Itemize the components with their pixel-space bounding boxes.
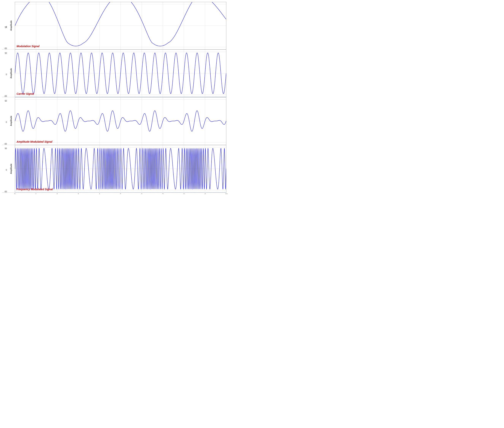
modulation-label: Modulation Signal xyxy=(16,45,40,48)
x-tick-1: 1 xyxy=(35,193,37,194)
x-tick-0: 0 xyxy=(14,193,16,194)
am-chart-area: Amplitude Modulated Signal xyxy=(15,97,226,145)
x-axis-label: Seconds xyxy=(102,194,140,194)
carrier-svg xyxy=(15,50,226,97)
y-tick-0: 0 xyxy=(6,26,7,28)
carrier-chart-row: 50 0 -50 Amplitude Carrier S xyxy=(2,49,226,97)
y-ticks-carrier: 50 0 -50 xyxy=(2,49,7,97)
carrier-chart-area: Carrier Signal xyxy=(15,49,226,97)
y-tick-0-am: 0 xyxy=(6,121,7,123)
y-tick-n50-c: -50 xyxy=(4,95,7,97)
y-ticks-am: 50 0 -50 xyxy=(2,97,7,145)
y-tick-0-fm: 0 xyxy=(6,169,7,171)
y-axis-label-carrier: Amplitude xyxy=(7,49,15,97)
modulation-svg xyxy=(15,2,226,49)
y-tick-0-c: 0 xyxy=(6,74,7,75)
y-axis-label-fm: Amplitude xyxy=(7,145,15,192)
x-tick-8: 8 xyxy=(184,193,185,194)
modulation-chart-row: 50 0 -50 Amplitude xyxy=(2,2,226,49)
fm-label: Frequency Modulated Signal xyxy=(16,188,53,191)
fm-chart-area: Frequency Modulated Signal xyxy=(15,145,226,192)
am-chart-row: 50 0 -50 Amplitude Amplitude Modulate xyxy=(2,97,226,145)
x-tick-6: 6 xyxy=(141,193,142,194)
x-tick-3: 3 xyxy=(78,193,79,194)
y-tick-50-fm: 50 xyxy=(5,148,7,149)
x-tick-10: 10 xyxy=(225,193,228,194)
y-tick-n50: -50 xyxy=(4,47,7,49)
fm-svg xyxy=(15,145,226,192)
y-tick-50-am: 50 xyxy=(5,100,7,102)
fm-chart-row: 50 0 -50 Amplitude Frequency Modulate xyxy=(2,145,226,193)
carrier-label: Carrier Signal xyxy=(16,92,34,95)
y-ticks-modulation: 50 0 -50 xyxy=(2,2,7,49)
am-label: Amplitude Modulated Signal xyxy=(16,140,52,143)
y-tick-50-c: 50 xyxy=(5,52,7,54)
y-axis-label-am: Amplitude xyxy=(7,97,15,145)
modulation-chart-area: Modulation Signal xyxy=(15,2,226,49)
x-tick-9: 9 xyxy=(205,193,206,194)
x-tick-4: 4 xyxy=(99,193,100,194)
y-tick-n50-am: -50 xyxy=(4,143,7,145)
x-tick-2: 2 xyxy=(57,193,58,194)
chart-container: 50 0 -50 Amplitude xyxy=(0,0,228,194)
y-tick-n50-fm: -50 xyxy=(4,190,7,192)
y-ticks-fm: 50 0 -50 xyxy=(2,145,7,192)
am-svg xyxy=(15,97,226,145)
y-axis-label-modulation: Amplitude xyxy=(7,2,15,49)
x-tick-7: 7 xyxy=(162,193,163,194)
